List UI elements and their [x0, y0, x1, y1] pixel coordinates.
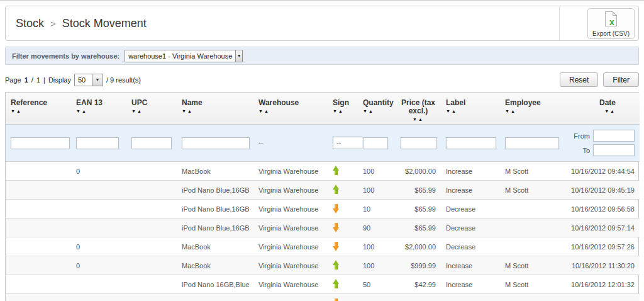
cell-reference	[6, 162, 71, 181]
cell-warehouse: Virginia Warehouse	[253, 294, 328, 301]
breadcrumb-stock[interactable]: Stock	[16, 17, 44, 30]
sign-down-icon	[333, 241, 340, 251]
date-to-input[interactable]	[593, 144, 635, 156]
sort-desc-icon[interactable]: ▼	[505, 109, 511, 113]
cell-name: MacBook	[177, 294, 253, 301]
chevron-down-icon: ▼	[92, 74, 103, 86]
filter-cell-label	[441, 125, 500, 162]
cell-reference	[6, 181, 71, 200]
column-header-upc: UPC ▼▲	[126, 93, 177, 125]
sort-asc-icon[interactable]: ▲	[418, 117, 424, 122]
sort-asc-icon[interactable]: ▲	[16, 109, 22, 113]
sort-desc-icon[interactable]: ▼	[258, 109, 264, 113]
reset-button[interactable]: Reset	[560, 72, 598, 87]
sign-up-icon	[333, 185, 340, 195]
cell-sign	[328, 200, 358, 219]
table-row: 0 MacBook Virginia Warehouse 100 $2,000.…	[6, 162, 640, 181]
export-csv-button[interactable]: x Export (CSV)	[587, 8, 635, 39]
pagination-results-text: / 9 result(s)	[106, 76, 141, 84]
cell-reference	[6, 294, 71, 301]
table-row: iPod Nano 16GB,Blue Virginia Warehouse 5…	[6, 275, 640, 294]
cell-upc	[126, 181, 177, 200]
sort-desc-icon[interactable]: ▼	[446, 109, 452, 113]
page-title: Stock Movement	[62, 17, 147, 30]
sort-asc-icon[interactable]: ▲	[187, 109, 193, 113]
cell-upc	[126, 237, 177, 256]
label-filter-input[interactable]	[446, 137, 496, 149]
cell-price: $65.99	[396, 200, 441, 219]
name-filter-input[interactable]	[182, 137, 250, 149]
stock-movement-table: Reference ▼▲ EAN 13 ▼▲ UPC ▼▲ Name ▼▲ Wa…	[5, 92, 639, 301]
sort-asc-icon[interactable]: ▲	[82, 109, 87, 113]
reference-filter-input[interactable]	[11, 137, 70, 149]
sort-desc-icon[interactable]: ▼	[182, 109, 187, 113]
column-header-warehouse: Warehouse ▼▲	[253, 93, 328, 125]
quantity-filter-input[interactable]	[363, 137, 388, 149]
sort-asc-icon[interactable]: ▲	[338, 109, 344, 113]
cell-ean13: 0	[71, 256, 126, 275]
sort-desc-icon[interactable]: ▼	[131, 109, 137, 113]
pagination: Page 1 / 1 | Display 50 ▼ / 9 result(s)	[5, 74, 141, 86]
cell-price: $999.99	[396, 294, 441, 301]
cell-name: iPod Nano 16GB,Blue	[177, 275, 253, 294]
upc-filter-input[interactable]	[131, 137, 172, 149]
sort-asc-icon[interactable]: ▲	[137, 109, 143, 113]
cell-date: 10/16/2012 09:56:58	[563, 200, 640, 219]
price-filter-input[interactable]	[401, 137, 437, 149]
chevron-down-icon: ▼	[235, 50, 242, 62]
filter-cell-reference	[6, 125, 71, 162]
sort-asc-icon[interactable]: ▲	[511, 109, 516, 113]
ean13-filter-input[interactable]	[76, 137, 119, 149]
column-header-employee: Employee ▼▲	[500, 93, 563, 125]
cell-employee	[500, 237, 563, 256]
cell-employee	[500, 294, 563, 301]
filter-cell-upc	[126, 125, 177, 162]
warehouse-filter-bar: Filter movements by warehouse: warehouse…	[5, 47, 639, 65]
cell-name: MacBook	[177, 162, 253, 181]
cell-upc	[126, 162, 177, 181]
filter-cell-date: From To	[563, 125, 640, 162]
cell-label: Decrease	[441, 219, 500, 237]
pagination-page-word: Page	[5, 76, 21, 84]
employee-filter-input[interactable]	[505, 137, 559, 149]
column-header-name: Name ▼▲	[177, 93, 253, 125]
cell-date: 10/16/2012 09:57:26	[563, 237, 640, 256]
sort-desc-icon[interactable]: ▼	[76, 109, 82, 113]
cell-reference	[6, 237, 71, 256]
filter-button[interactable]: Filter	[603, 72, 639, 87]
cell-date: 10/16/2012 12:01:32	[563, 275, 640, 294]
sort-desc-icon[interactable]: ▼	[333, 109, 338, 113]
cell-employee	[500, 200, 563, 219]
sort-desc-icon[interactable]: ▼	[413, 117, 418, 122]
cell-label: Increase	[441, 275, 500, 294]
cell-date: 10/16/2012 09:44:54	[563, 162, 640, 181]
sign-filter-value: --	[333, 137, 344, 149]
column-header-price: Price (tax excl.) ▼▲	[396, 93, 441, 125]
cell-price: $2,000.00	[396, 237, 441, 256]
sort-desc-icon[interactable]: ▼	[11, 109, 16, 113]
warehouse-select[interactable]: warehouse1 - Virginia Warehouse ▼	[125, 50, 243, 62]
filter-cell-price	[396, 125, 441, 162]
sort-desc-icon[interactable]: ▼	[363, 109, 369, 113]
page-size-select[interactable]: 50 ▼	[74, 74, 103, 86]
sort-desc-icon[interactable]: ▼	[604, 109, 610, 113]
cell-name: MacBook	[177, 256, 253, 275]
cell-date: 10/16/2012 09:57:14	[563, 219, 640, 237]
filter-cell-name	[177, 125, 253, 162]
sort-asc-icon[interactable]: ▲	[452, 109, 457, 113]
pagination-pipe: |	[43, 76, 45, 84]
cell-sign	[328, 256, 358, 275]
list-toolbar: Page 1 / 1 | Display 50 ▼ / 9 result(s) …	[5, 72, 639, 87]
sort-asc-icon[interactable]: ▲	[264, 109, 270, 113]
cell-warehouse: Virginia Warehouse	[253, 181, 328, 200]
sort-asc-icon[interactable]: ▲	[610, 109, 616, 113]
date-from-input[interactable]	[593, 130, 635, 142]
cell-warehouse: Virginia Warehouse	[253, 256, 328, 275]
cell-label: Increase	[441, 162, 500, 181]
sort-asc-icon[interactable]: ▲	[369, 109, 374, 113]
cell-quantity: 50	[358, 275, 396, 294]
table-row: iPod Nano Blue,16GB Virginia Warehouse 1…	[6, 181, 640, 200]
cell-quantity: 100	[358, 162, 396, 181]
filter-cell-ean13	[71, 125, 126, 162]
cell-sign	[328, 237, 358, 256]
